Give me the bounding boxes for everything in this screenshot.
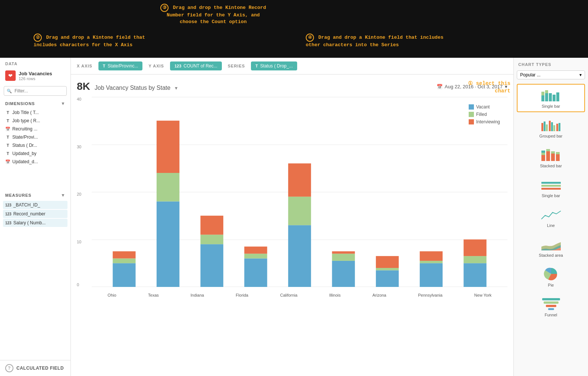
chart-date[interactable]: 📅 Aug 22, 2016 · Oct 3, 2017 ▾ [437,84,507,89]
pie-icon [541,266,562,281]
chart-type-filter-label: Popular ... [520,72,541,78]
legend-swatch-interviewing [469,119,474,124]
date-range: Aug 22, 2016 · Oct 3, 2017 [445,84,503,89]
x-label-texas: Texas [148,293,159,297]
measure-label: Salary ( Numb... [13,220,46,225]
svg-rect-32 [553,95,556,101]
y-axis-pill[interactable]: 123 COUNT of Rec... [170,61,222,70]
funnel-icon [541,296,562,311]
data-source-name: Job Vacancies [19,71,52,76]
field-label: Status ( Dr... [12,143,37,148]
x-axis-icon: T [103,64,106,68]
filter-input[interactable] [4,86,67,96]
field-recruiting[interactable]: 📅 Recruiting ... [3,125,67,133]
measure-salary[interactable]: 123 Salary ( Numb... [3,219,67,227]
chart-type-line[interactable]: Line [517,203,585,231]
series-pill[interactable]: T Status ( Drop_... [251,61,297,70]
svg-rect-14 [288,164,311,197]
chart-type-stacked-area[interactable]: Stacked area [517,233,585,261]
svg-rect-56 [544,301,559,304]
data-source[interactable]: ❤ Job Vacancies 126 rows [0,67,70,84]
svg-rect-35 [544,121,545,131]
svg-rect-2 [113,251,135,258]
chart-type-grouped-bar[interactable]: Grouped bar [517,114,585,142]
measures-list: 123 _BATCH_ID_ 123 Record_number 123 Sal… [0,199,70,228]
right-panel: CHART TYPES Popular ... ▾ Single bar [513,58,588,376]
x-label-indiana: Indiana [191,293,204,297]
svg-rect-41 [559,123,560,131]
dimensions-title: DIMENSIONS [5,101,35,106]
dimensions-list: T Job Title ( T... T Job type ( R... 📅 R… [0,108,70,190]
legend-filled: Filled [469,112,500,117]
field-icon-t: T [5,135,10,139]
grouped-bar-icon [541,117,562,132]
field-label: Recruiting ... [12,126,37,132]
annotation-bar: ② Drag and drop a Kintone field thatincl… [0,0,588,58]
data-source-info: Job Vacancies 126 rows [19,71,52,81]
single-bar2-label: Single bar [542,193,560,198]
svg-rect-15 [332,261,355,287]
field-label: Job Title ( T... [12,110,39,115]
x-axis-pill[interactable]: T State/Provınc... [98,61,143,70]
x-label-ohio: Ohio [108,293,116,297]
svg-rect-5 [157,121,179,173]
svg-rect-40 [556,124,558,131]
dimensions-toggle[interactable]: ▼ [61,101,65,106]
annotation-3-text: Drag and drop the Kintone RecordNumber f… [167,5,266,25]
x-axis-value: State/Provınc... [107,63,138,69]
bars-svg [92,97,507,287]
svg-rect-4 [157,173,179,202]
svg-rect-46 [546,149,550,151]
y-axis: 40 30 20 10 0 [77,97,92,287]
field-label: Updated_by [12,151,37,156]
field-icon-t: T [5,143,10,148]
svg-rect-0 [113,263,135,287]
pie-label: Pie [548,283,554,287]
measure-icon: 123 [5,212,12,216]
field-job-type[interactable]: T Job type ( R... [3,117,67,125]
annotation-4-circle: ④ [306,34,314,42]
svg-rect-10 [244,254,267,259]
date-dropdown[interactable]: ▾ [505,84,507,89]
chart-type-single-bar[interactable]: Single bar [517,84,585,112]
line-label: Line [547,223,555,228]
svg-rect-22 [420,261,443,263]
svg-rect-53 [541,188,561,190]
svg-rect-43 [541,153,545,155]
chart-type-funnel[interactable]: Funnel [517,293,585,321]
svg-rect-33 [556,92,559,101]
svg-rect-44 [541,151,545,153]
chart-type-single-bar2[interactable]: Single bar [517,173,585,202]
chart-type-stacked-bar[interactable]: Stacked bar [517,143,585,172]
legend-label-filled: Filled [476,112,487,117]
field-updated-by[interactable]: T Updated_by [3,149,67,158]
chart-title: Job Vacancy Status by State [95,85,170,91]
svg-rect-6 [201,244,223,287]
svg-rect-7 [201,235,223,244]
svg-rect-21 [420,263,443,287]
field-label: Updated_d... [12,159,38,164]
chart-title-dropdown[interactable]: ▾ [175,85,177,91]
svg-rect-37 [549,121,551,131]
field-state[interactable]: T State/Provi... [3,133,67,141]
field-status[interactable]: T Status ( Dr... [3,141,67,149]
field-job-title[interactable]: T Job Title ( T... [3,108,67,117]
chart-type-filter[interactable]: Popular ... ▾ [517,70,585,79]
x-axis: Ohio Texas Indiana Florida California Il… [92,288,507,302]
calculated-field-button[interactable]: ? CALCULATED FIELD [0,360,70,376]
measure-record-number[interactable]: 123 Record_number [3,210,67,218]
field-label: Job type ( R... [12,118,40,123]
svg-rect-25 [463,256,486,263]
measure-label: Record_number [13,211,45,217]
chart-container: 8K Job Vacancy Status by State ▾ 📅 Aug 2… [71,75,513,376]
chart-type-pie[interactable]: Pie [517,263,585,291]
measure-batch-id[interactable]: 123 _BATCH_ID_ [3,201,67,209]
svg-rect-48 [551,151,555,154]
svg-rect-49 [556,154,560,161]
svg-rect-45 [546,151,550,161]
field-updated-d[interactable]: 📅 Updated_d... [3,158,67,166]
svg-rect-30 [545,90,548,93]
y-axis-icon: 123 [174,64,181,68]
measures-toggle[interactable]: ▼ [61,193,65,198]
svg-rect-50 [556,152,560,154]
